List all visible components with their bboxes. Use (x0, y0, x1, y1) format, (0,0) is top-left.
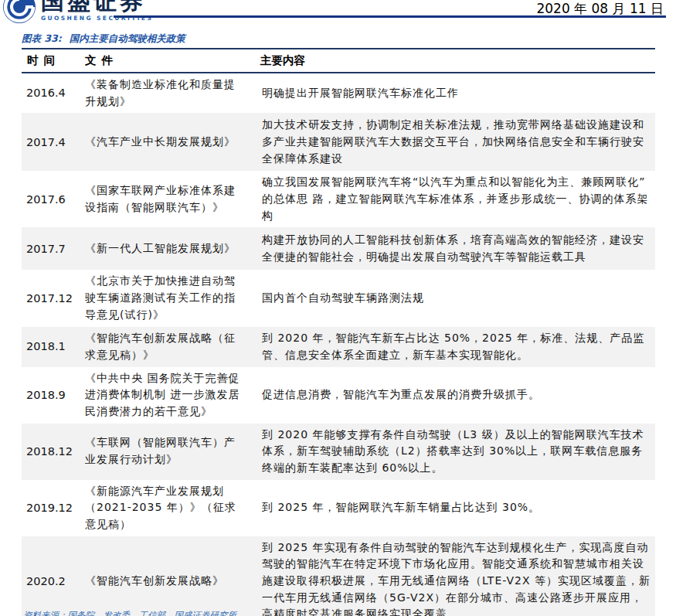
table-row: 2018.9 《中共中央 国务院关于完善促进消费体制机制 进一步激发居民消费潜力… (22, 367, 655, 424)
time-cell: 2019.12 (22, 480, 80, 536)
col-header-time: 时间 (22, 49, 80, 73)
time-cell: 2018.1 (22, 327, 80, 367)
time-cell: 2017.12 (22, 270, 80, 326)
time-cell: 2018.12 (22, 424, 80, 480)
table-row: 2019.12 《新能源汽车产业发展规划（2021-2035 年）》（征求意见稿… (22, 480, 655, 536)
time-cell: 2017.4 (22, 113, 80, 171)
table-row: 2017.6 《国家车联网产业标准体系建设指南（智能网联汽车）》 确立我国发展智… (22, 171, 655, 227)
report-page: 国盛证券 GUOSHENG SECURITIES 2020 年 08 月 11 … (0, 0, 676, 616)
time-cell: 2017.7 (22, 227, 80, 270)
content-cell: 到 2025 年，智能网联汽车新车销量占比达到 30%。 (255, 480, 655, 536)
content-cell: 到 2020 年，智能汽车新车占比达 50%，2025 年，标准、法规、产品监管… (255, 327, 655, 367)
table-row: 2017.12 《北京市关于加快推进自动驾驶车辆道路测试有关工作的指导意见(试行… (22, 270, 655, 326)
col-header-content: 主要内容 (255, 49, 655, 73)
doc-cell: 《装备制造业标准化和质量提升规划》 (80, 73, 255, 113)
figure-caption: 国内主要自动驾驶相关政策 (70, 32, 185, 44)
content-cell: 促进信息消费，智能汽车为重点发展的消费升级抓手。 (255, 367, 655, 424)
doc-cell: 《车联网（智能网联汽车）产业发展行动计划》 (80, 424, 255, 480)
content-cell: 国内首个自动驾驶车辆路测法规 (255, 270, 655, 326)
table-row: 2016.4 《装备制造业标准化和质量提升规划》 明确提出开展智能网联汽车标准化… (22, 73, 655, 113)
content-cell: 构建开放协同的人工智能科技创新体系，培育高端高效的智能经济，建设安全便捷的智能社… (255, 227, 655, 270)
header-divider (114, 15, 666, 18)
content-cell: 到 2025 年实现有条件自动驾驶的智能汽车达到规模化生产，实现高度自动驾驶的智… (255, 536, 655, 616)
table-row: 2018.1 《智能汽车创新发展战略（征求意见稿）》 到 2020 年，智能汽车… (22, 327, 655, 367)
table-row: 2017.7 《新一代人工智能发展规划》 构建开放协同的人工智能科技创新体系，培… (22, 227, 655, 270)
logo-cn-text: 国盛证券 (41, 0, 153, 14)
col-header-doc: 文件 (80, 49, 255, 73)
figure-title: 图表 33:国内主要自动驾驶相关政策 (22, 32, 185, 46)
policy-table-header: 时间 文件 主要内容 (22, 49, 655, 73)
policy-table-body: 2016.4 《装备制造业标准化和质量提升规划》 明确提出开展智能网联汽车标准化… (22, 73, 655, 616)
table-row: 2017.4 《汽车产业中长期发展规划》 加大技术研发支持，协调制定相关标准法规… (22, 113, 655, 171)
doc-cell: 《智能汽车创新发展战略》 (80, 536, 255, 616)
content-cell: 加大技术研发支持，协调制定相关标准法规，推动宽带网络基础设施建设和多产业共建智能… (255, 113, 655, 171)
figure-label: 图表 33: (22, 32, 62, 44)
doc-cell: 《国家车联网产业标准体系建设指南（智能网联汽车）》 (80, 171, 255, 227)
content-cell: 到 2020 年能够支撑有条件自动驾驶（L3 级）及以上的智能网联汽车技术体系，… (255, 424, 655, 480)
table-row: 2020.2 《智能汽车创新发展战略》 到 2025 年实现有条件自动驾驶的智能… (22, 536, 655, 616)
doc-cell: 《北京市关于加快推进自动驾驶车辆道路测试有关工作的指导意见(试行)》 (80, 270, 255, 326)
guosheng-logo-icon (2, 0, 37, 25)
doc-cell: 《新能源汽车产业发展规划（2021-2035 年）》（征求意见稿） (80, 480, 255, 536)
policy-table: 时间 文件 主要内容 2016.4 《装备制造业标准化和质量提升规划》 明确提出… (22, 48, 655, 616)
content-cell: 明确提出开展智能网联汽车标准化工作 (255, 73, 655, 113)
doc-cell: 《中共中央 国务院关于完善促进消费体制机制 进一步激发居民消费潜力的若干意见》 (80, 367, 255, 424)
doc-cell: 《智能汽车创新发展战略（征求意见稿）》 (80, 327, 255, 367)
time-cell: 2020.2 (22, 536, 80, 616)
time-cell: 2017.6 (22, 171, 80, 227)
content-cell: 确立我国发展智能网联汽车将“以汽车为重点和以智能化为主、兼顾网联化”的总体思 路… (255, 171, 655, 227)
guosheng-logo: 国盛证券 GUOSHENG SECURITIES (2, 0, 153, 25)
time-cell: 2016.4 (22, 73, 80, 113)
doc-cell: 《新一代人工智能发展规划》 (80, 227, 255, 270)
doc-cell: 《汽车产业中长期发展规划》 (80, 113, 255, 171)
table-row: 2018.12 《车联网（智能网联汽车）产业发展行动计划》 到 2020 年能够… (22, 424, 655, 480)
source-note: 资料来源：国务院，发改委，工信部，国盛证券研究所 (23, 610, 236, 616)
time-cell: 2018.9 (22, 367, 80, 424)
